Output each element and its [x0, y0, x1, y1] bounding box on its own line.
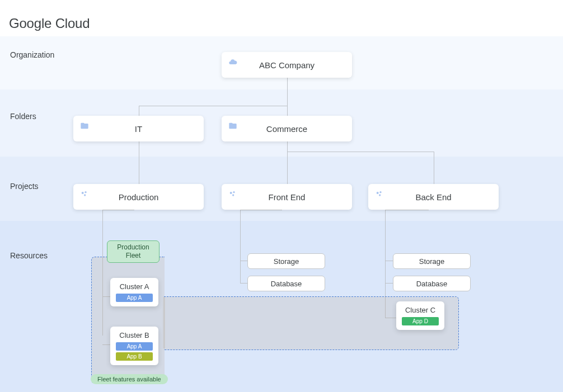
connector	[102, 210, 134, 210]
frontend-database: Database	[247, 276, 325, 291]
project-backend-label: Back End	[415, 192, 451, 202]
project-frontend: Front End	[222, 184, 352, 210]
connector	[240, 210, 241, 283]
svg-point-2	[84, 194, 86, 196]
org-name: ABC Company	[259, 60, 315, 70]
project-icon	[375, 190, 384, 199]
cloud-icon	[228, 58, 237, 67]
connector	[385, 261, 393, 261]
project-production: Production	[73, 184, 204, 210]
cluster-a-app-0: App A	[116, 294, 153, 302]
svg-point-6	[377, 192, 379, 194]
connector	[287, 141, 288, 152]
project-icon	[228, 190, 237, 199]
label-folders: Folders	[10, 112, 36, 121]
folder-it: IT	[73, 116, 204, 141]
svg-point-1	[85, 191, 86, 193]
connector	[287, 106, 288, 116]
project-backend: Back End	[368, 184, 499, 210]
cluster-a-title: Cluster A	[116, 282, 153, 291]
connector	[240, 210, 282, 210]
connector	[287, 152, 288, 184]
connector	[240, 283, 248, 284]
svg-point-0	[82, 192, 84, 194]
connector	[434, 152, 434, 184]
cluster-b: Cluster B App A App B	[110, 327, 158, 365]
connector	[139, 141, 139, 184]
logo-bold: Google	[9, 16, 51, 31]
label-organization: Organization	[10, 50, 54, 59]
connector	[240, 261, 248, 261]
folder-icon	[80, 121, 89, 130]
cluster-c: Cluster C App D	[396, 301, 444, 330]
label-resources: Resources	[10, 251, 48, 260]
cluster-b-title: Cluster B	[116, 331, 153, 339]
org-node: ABC Company	[222, 52, 352, 78]
connector	[139, 106, 139, 116]
connector	[139, 106, 288, 106]
backend-storage: Storage	[393, 253, 471, 269]
folder-commerce-label: Commerce	[266, 124, 307, 134]
cluster-b-app-0: App A	[116, 342, 153, 351]
frontend-storage: Storage	[247, 253, 325, 269]
google-cloud-logo: Google Cloud	[9, 16, 90, 31]
connector	[385, 283, 393, 284]
connector	[287, 78, 288, 106]
svg-point-7	[379, 191, 381, 193]
svg-point-3	[230, 192, 232, 194]
fleet-zone-seam	[163, 297, 165, 348]
svg-point-5	[232, 194, 234, 196]
backend-database: Database	[393, 276, 471, 291]
folder-commerce: Commerce	[222, 116, 352, 141]
label-projects: Projects	[10, 182, 39, 191]
cluster-c-title: Cluster C	[402, 306, 439, 314]
fleet-label: Production Fleet	[107, 240, 159, 263]
project-production-label: Production	[119, 192, 159, 202]
project-frontend-label: Front End	[269, 192, 306, 202]
svg-point-4	[233, 191, 234, 193]
cluster-a: Cluster A App A	[110, 278, 158, 306]
cluster-c-app-0: App D	[402, 317, 439, 325]
fleet-features-footer: Fleet features available	[91, 374, 168, 384]
folder-icon	[228, 121, 237, 130]
cluster-b-app-1: App B	[116, 352, 153, 361]
project-icon	[80, 190, 89, 199]
svg-point-8	[379, 194, 381, 196]
logo-thin: Cloud	[51, 16, 90, 31]
connector	[385, 210, 429, 210]
connector	[287, 152, 434, 152]
folder-it-label: IT	[135, 124, 142, 134]
